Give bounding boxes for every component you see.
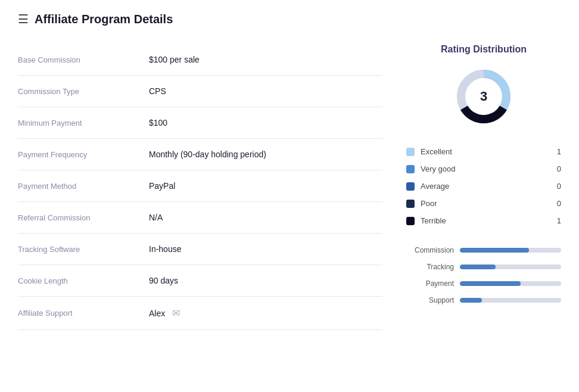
detail-value: $100 bbox=[149, 118, 167, 127]
donut-container: 3 bbox=[406, 67, 561, 126]
detail-row: Payment FrequencyMonthly (90-day holding… bbox=[18, 139, 382, 170]
donut-center-value: 3 bbox=[480, 89, 487, 104]
metric-label: Commission bbox=[406, 246, 454, 254]
detail-value: Alex✉ bbox=[149, 307, 180, 319]
page-title: Affiliate Program Details bbox=[35, 13, 173, 26]
metric-bar-background bbox=[460, 281, 561, 286]
metric-bar-background bbox=[460, 298, 561, 303]
metric-row: Payment bbox=[406, 279, 561, 288]
detail-label: Affiliate Support bbox=[18, 309, 149, 318]
rating-legend: Excellent 1 Very good 0 Average 0 Poor 0 bbox=[406, 143, 561, 229]
legend-left: Terrible bbox=[406, 216, 446, 225]
metric-label: Payment bbox=[406, 279, 454, 288]
metric-row: Commission bbox=[406, 246, 561, 254]
detail-row: Referral CommissionN/A bbox=[18, 202, 382, 234]
legend-color-box bbox=[406, 200, 415, 208]
metric-bar-fill bbox=[460, 265, 496, 269]
legend-left: Very good bbox=[406, 164, 456, 173]
detail-row: Minimum Payment$100 bbox=[18, 107, 382, 139]
detail-value: N/A bbox=[149, 213, 163, 222]
legend-label: Terrible bbox=[421, 216, 446, 225]
detail-row: Base Commission$100 per sale bbox=[18, 44, 382, 76]
metric-row: Support bbox=[406, 296, 561, 304]
detail-label: Base Commission bbox=[18, 55, 149, 64]
legend-label: Excellent bbox=[421, 147, 452, 156]
detail-label: Cookie Length bbox=[18, 276, 149, 285]
legend-count: 0 bbox=[557, 164, 561, 173]
legend-count: 1 bbox=[557, 216, 561, 225]
detail-label: Payment Frequency bbox=[18, 150, 149, 159]
legend-label: Average bbox=[421, 182, 449, 191]
detail-label: Payment Method bbox=[18, 182, 149, 191]
legend-row: Poor 0 bbox=[406, 195, 561, 212]
legend-count: 1 bbox=[557, 147, 561, 156]
legend-count: 0 bbox=[557, 199, 561, 208]
detail-value: CPS bbox=[149, 86, 166, 96]
detail-row: Affiliate SupportAlex✉ bbox=[18, 297, 382, 330]
detail-value: Monthly (90-day holding period) bbox=[149, 150, 266, 159]
donut-chart: 3 bbox=[454, 67, 513, 126]
legend-color-box bbox=[406, 148, 415, 156]
detail-label: Commission Type bbox=[18, 87, 149, 96]
metric-row: Tracking bbox=[406, 263, 561, 271]
legend-row: Excellent 1 bbox=[406, 143, 561, 160]
legend-left: Average bbox=[406, 182, 449, 191]
detail-value: 90 days bbox=[149, 276, 178, 285]
legend-row: Very good 0 bbox=[406, 160, 561, 178]
detail-label: Tracking Software bbox=[18, 245, 149, 254]
metric-label: Tracking bbox=[406, 263, 454, 271]
detail-value: PayPal bbox=[149, 181, 175, 191]
metric-bar-background bbox=[460, 248, 561, 253]
detail-value: $100 per sale bbox=[149, 55, 200, 64]
metric-bar-fill bbox=[460, 298, 482, 303]
metric-bar-fill bbox=[460, 281, 521, 286]
detail-value: In-house bbox=[149, 244, 181, 254]
legend-left: Excellent bbox=[406, 147, 452, 156]
legend-label: Poor bbox=[421, 199, 437, 208]
email-icon[interactable]: ✉ bbox=[172, 307, 180, 319]
menu-icon: ☰ bbox=[18, 12, 29, 26]
main-content: Base Commission$100 per saleCommission T… bbox=[18, 44, 561, 330]
detail-label: Minimum Payment bbox=[18, 119, 149, 127]
legend-row: Average 0 bbox=[406, 178, 561, 195]
detail-row: Cookie Length90 days bbox=[18, 265, 382, 297]
legend-count: 0 bbox=[557, 182, 561, 191]
metrics-section: Commission Tracking Payment Support bbox=[406, 246, 561, 304]
detail-label: Referral Commission bbox=[18, 213, 149, 222]
legend-color-box bbox=[406, 165, 415, 173]
rating-title: Rating Distribution bbox=[406, 44, 561, 55]
metric-bar-background bbox=[460, 265, 561, 269]
metric-bar-fill bbox=[460, 248, 529, 253]
details-section: Base Commission$100 per saleCommission T… bbox=[18, 44, 382, 330]
legend-color-box bbox=[406, 217, 415, 225]
rating-section: Rating Distribution 3 Excellent bbox=[406, 44, 561, 330]
legend-color-box bbox=[406, 182, 415, 191]
detail-row: Payment MethodPayPal bbox=[18, 170, 382, 202]
legend-row: Terrible 1 bbox=[406, 212, 561, 229]
metric-label: Support bbox=[406, 296, 454, 304]
detail-row: Tracking SoftwareIn-house bbox=[18, 234, 382, 265]
legend-label: Very good bbox=[421, 164, 456, 173]
detail-row: Commission TypeCPS bbox=[18, 76, 382, 107]
legend-left: Poor bbox=[406, 199, 437, 208]
page-header: ☰ Affiliate Program Details bbox=[18, 12, 561, 26]
